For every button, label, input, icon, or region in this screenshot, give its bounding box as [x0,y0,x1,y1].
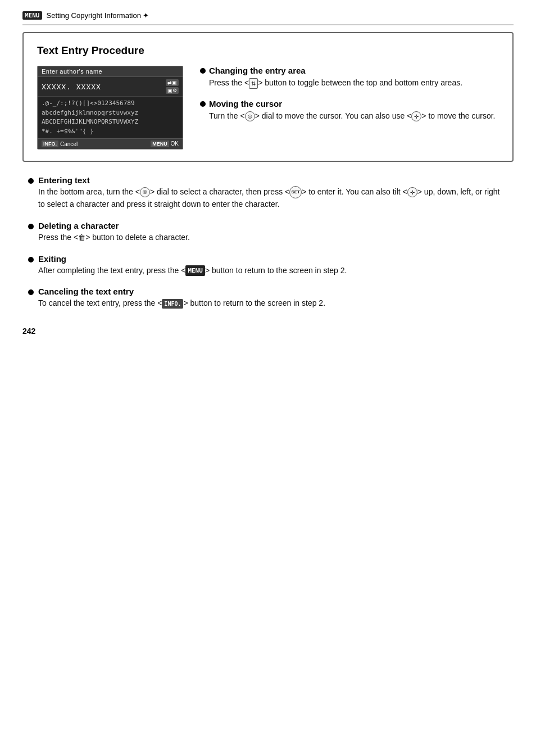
bullet-moving-cursor-header: Moving the cursor [200,99,499,108]
bullet-entering-text-title: Entering text [38,175,508,185]
lcd-char-row-1: .@-_/:;!?()[]<>0123456789 [42,99,179,108]
content-row: Enter author's name XXXXX. XXXXX ⇄▣ ▣⚙ .… [37,66,499,150]
lcd-char-row-2: abcdefghijklmnopqrstuvwxyz [42,108,179,118]
bullet-canceling-text-title: Canceling the text entry [38,287,508,296]
bullet-body-2: Turn the <◎> dial to move the cursor. Yo… [200,110,499,122]
bullet-exiting-title: Exiting [38,254,508,264]
dial-icon-1: ◎ [245,111,255,121]
lower-section: Entering text In the bottom area, turn t… [22,175,514,310]
lcd-icon-1: ⇄▣ [166,79,179,86]
bullet-changing-entry-header: Changing the entry area [200,66,499,75]
set-icon: SET [289,186,302,198]
page-number: 242 [22,327,514,336]
info-tag-1: INFO. [162,299,183,309]
bullet-body-1: Press the <⇅> button to toggle between t… [200,77,499,89]
bullet-entering-text-body: In the bottom area, turn the <◎> dial to… [38,186,508,211]
cross-icon-1: ✛ [411,111,421,121]
bullet-dot-3 [28,178,34,184]
bullet-deleting-char-content: Deleting a character Press the <🗑> butto… [38,221,508,244]
bullet-deleting-char: Deleting a character Press the <🗑> butto… [28,221,508,244]
bullet-entering-text: Entering text In the bottom area, turn t… [28,175,508,211]
bullet-canceling-text: Canceling the text entry To cancel the t… [28,287,508,310]
trash-icon: 🗑 [78,232,85,243]
lcd-menu-badge: MENU [151,141,169,147]
lcd-cancel: INFO. Cancel [42,141,78,147]
lcd-char-area: .@-_/:;!?()[]<>0123456789 abcdefghijklmn… [38,96,183,138]
cross-icon-2: ✛ [407,187,417,197]
top-bar-title: Setting Copyright Information ✦ [47,11,149,20]
lcd-bottom-bar: INFO. Cancel MENU OK [38,138,183,149]
lcd-cancel-text: Cancel [60,141,78,147]
lcd-info-badge: INFO. [42,141,58,147]
lcd-ok-text: OK [171,141,179,147]
bullet-dot-4 [28,224,34,229]
bullet-deleting-char-title: Deleting a character [38,221,508,230]
lcd-entry-text: XXXXX. XXXXX [42,83,101,91]
bullet-canceling-text-content: Canceling the text entry To cancel the t… [38,287,508,310]
bullet-title-1: Changing the entry area [209,66,306,75]
menu-tag-1: MENU [185,265,205,276]
lcd-icons: ⇄▣ ▣⚙ [166,79,179,94]
menu-badge: MENU [22,11,42,20]
toggle-icon: ⇅ [249,78,258,89]
bullet-dot-5 [28,257,34,262]
bullet-moving-cursor: Moving the cursor Turn the <◎> dial to m… [200,99,499,122]
bullet-exiting: Exiting After completing the text entry,… [28,254,508,277]
bullet-exiting-content: Exiting After completing the text entry,… [38,254,508,277]
main-content-box: Text Entry Procedure Enter author's name… [22,32,514,162]
bullet-dot-1 [200,68,206,74]
bullet-dot-2 [200,101,206,107]
lcd-entry-row: XXXXX. XXXXX ⇄▣ ▣⚙ [38,76,183,96]
bullet-deleting-char-body: Press the <🗑> button to delete a charact… [38,232,508,244]
bullet-canceling-text-body: To cancel the text entry, press the <INF… [38,297,508,310]
lcd-char-row-4: *#. +=$%&'"{ } [42,127,179,137]
lcd-char-row-3: ABCDEFGHIJKLMNOPQRSTUVWXYZ [42,117,179,127]
section-title: Text Entry Procedure [37,44,499,57]
bullet-entering-text-content: Entering text In the bottom area, turn t… [38,175,508,211]
bullet-exiting-body: After completing the text entry, press t… [38,265,508,277]
lcd-mockup: Enter author's name XXXXX. XXXXX ⇄▣ ▣⚙ .… [37,66,183,150]
bullet-changing-entry: Changing the entry area Press the <⇅> bu… [200,66,499,89]
top-bar: MENU Setting Copyright Information ✦ [22,11,514,25]
bullet-dot-6 [28,289,34,295]
lcd-icon-2: ▣⚙ [166,87,179,94]
dial-icon-2: ◎ [140,187,150,197]
lcd-ok: MENU OK [151,141,179,147]
right-bullets: Changing the entry area Press the <⇅> bu… [200,66,499,132]
lcd-title: Enter author's name [38,66,183,76]
bullet-title-2: Moving the cursor [209,99,282,108]
